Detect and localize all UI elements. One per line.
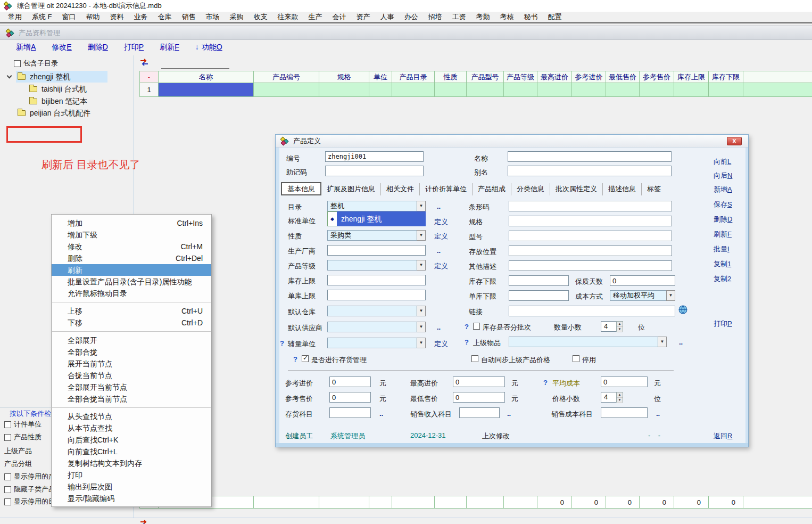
spec-input[interactable] [509, 216, 672, 226]
chevron-down-icon[interactable]: ▼ [666, 290, 675, 301]
tree-node-bijiben[interactable]: bijiben 笔记本 [42, 97, 87, 107]
menu-item-move-down[interactable]: 下移Ctrl+D [52, 317, 211, 329]
menu-item-expand-node[interactable]: 展开当前节点 [52, 358, 211, 370]
menu-item-toggle-codes[interactable]: 显示/隐藏编码 [52, 493, 211, 504]
grid-header-cell[interactable]: 单位 [369, 71, 392, 83]
menu-item-expand-all-node[interactable]: 全部展开当前节点 [52, 381, 211, 393]
grade-combobox[interactable]: ▼ [327, 260, 426, 271]
grid-cell[interactable] [537, 83, 572, 97]
filter-checkbox[interactable] [4, 434, 11, 441]
menu-item-find-from-start[interactable]: 从头查找节点 [52, 411, 211, 422]
chevron-down-icon[interactable]: ▼ [417, 338, 426, 348]
menu-item[interactable]: 会计 [331, 12, 348, 22]
tab-related-files[interactable]: 相关文件 [381, 183, 420, 195]
menu-item[interactable]: 资料 [109, 12, 126, 22]
filter-checkbox[interactable] [4, 473, 11, 480]
stepper-arrows[interactable]: ▲▼ [616, 392, 623, 403]
stepper-arrows[interactable]: ▲▼ [616, 321, 623, 332]
grid-cell[interactable] [369, 83, 392, 97]
chevron-down-icon[interactable]: ▼ [417, 201, 426, 211]
grid-header-cell[interactable]: 性质 [435, 71, 467, 83]
tree-expand-icon[interactable] [7, 73, 12, 79]
help-icon[interactable]: ? [465, 338, 469, 346]
parent-browse-link[interactable]: .. [679, 338, 683, 346]
filter-checkbox[interactable] [4, 421, 11, 428]
sync-price-checkbox[interactable] [471, 355, 478, 362]
menu-item[interactable]: 业务 [132, 12, 150, 22]
refresh-button[interactable]: 刷新F [714, 230, 732, 239]
tree-node-peijian[interactable]: peijian 台式机配件 [30, 109, 90, 118]
menu-item-find-next[interactable]: 向后查找Ctrl+K [52, 434, 211, 446]
qty-decimal-stepper[interactable]: 4▲▼ [601, 321, 623, 332]
grid-header-cell[interactable]: 产品等级 [504, 71, 537, 83]
grid-header-cell[interactable]: 产品目录 [392, 71, 435, 83]
tab-basic-info[interactable]: 基本信息 [281, 182, 321, 195]
close-icon[interactable]: X [727, 137, 742, 145]
ref-purchase-input[interactable] [329, 376, 371, 387]
cost-method-combobox[interactable]: 移动加权平均▼ [610, 290, 675, 301]
menu-item-collapse-all[interactable]: 全部合拢 [52, 346, 211, 358]
print-button[interactable]: 打印P [124, 43, 144, 52]
menu-item[interactable]: 考勤 [475, 12, 492, 22]
chevron-down-icon[interactable]: ▼ [417, 306, 426, 316]
menu-item[interactable]: 销售 [180, 12, 197, 22]
menu-item[interactable]: 帮助 [85, 12, 102, 22]
menu-item[interactable]: 采购 [228, 12, 245, 22]
include-subfolder-checkbox[interactable] [14, 60, 21, 67]
tab-label[interactable]: 标签 [642, 183, 666, 195]
menu-item[interactable]: 收支 [252, 12, 269, 22]
avg-cost-input[interactable] [601, 376, 648, 387]
grid-cell[interactable] [572, 83, 606, 97]
grid-cell[interactable] [674, 83, 709, 97]
menu-item[interactable]: 人事 [379, 12, 396, 22]
delete-button[interactable]: 删除D [714, 215, 732, 224]
store-lower-input[interactable] [509, 290, 569, 301]
grid-cell[interactable] [606, 83, 640, 97]
add-button[interactable]: 新增A [16, 43, 36, 52]
delete-button[interactable]: 删除D [88, 43, 108, 52]
max-purchase-input[interactable] [453, 376, 505, 387]
aux-unit-define-link[interactable]: 定义 [434, 339, 448, 349]
copy1-button[interactable]: 复制1 [714, 259, 731, 269]
grid-cell[interactable] [254, 83, 319, 97]
grid-header-cell[interactable]: 最低售价 [606, 71, 640, 83]
sales-income-browse-link[interactable]: .. [507, 410, 511, 417]
edit-button[interactable]: 修改E [52, 43, 71, 52]
tree-node-taishiji[interactable]: taishiji 台式机 [42, 85, 87, 94]
menu-item-expand-all[interactable]: 全部展开 [52, 334, 211, 346]
menu-item[interactable]: 考核 [499, 12, 516, 22]
tab-classification[interactable]: 分类信息 [511, 183, 550, 195]
menu-item[interactable]: 秘书 [523, 12, 540, 22]
tab-extended-images[interactable]: 扩展及图片信息 [321, 183, 381, 195]
batch-checkbox[interactable] [473, 323, 480, 330]
grid-header-cell[interactable]: 参考售价 [640, 71, 674, 83]
menu-item-collapse-all-node[interactable]: 全部合拢当前节点 [52, 393, 211, 405]
default-warehouse-combobox[interactable]: ▼ [327, 306, 426, 316]
return-button[interactable]: 返回R [714, 431, 732, 441]
grid-cell[interactable] [319, 83, 369, 97]
grid-header-cell[interactable]: 名称 [159, 71, 254, 83]
menu-item-add-child[interactable]: 增加下级 [52, 229, 211, 241]
catalog-browse-link[interactable]: .. [437, 202, 441, 210]
filter-checkbox[interactable] [4, 498, 11, 505]
stock-lower-input[interactable] [509, 275, 569, 286]
tab-unit-conversion[interactable]: 计价折算单位 [420, 183, 473, 195]
grade-define-link[interactable]: 定义 [434, 261, 448, 271]
stock-upper-input[interactable] [327, 275, 426, 285]
menu-item-print[interactable]: 打印 [52, 469, 211, 481]
menu-item-allow-drag[interactable]: 允许鼠标拖动目录 [52, 288, 211, 299]
print-button[interactable]: 打印P [714, 319, 732, 329]
nature-define-link[interactable]: 定义 [434, 232, 448, 241]
grid-header-cell[interactable]: 参考进价 [572, 71, 606, 83]
functions-button[interactable]: ↓功能O [195, 43, 222, 52]
menu-item-collapse-node[interactable]: 合拢当前节点 [52, 370, 211, 381]
prev-button[interactable]: 向前L [714, 157, 731, 167]
other-desc-input[interactable] [509, 260, 672, 271]
row-number-cell[interactable]: 1 [139, 83, 159, 97]
menu-item[interactable]: 市场 [204, 12, 221, 22]
sales-income-input[interactable] [459, 407, 500, 418]
next-button[interactable]: 向后N [714, 171, 732, 181]
grid-header-cell[interactable]: 规格 [319, 71, 369, 83]
help-icon[interactable]: ? [293, 355, 297, 363]
stock-account-input[interactable] [329, 407, 371, 418]
